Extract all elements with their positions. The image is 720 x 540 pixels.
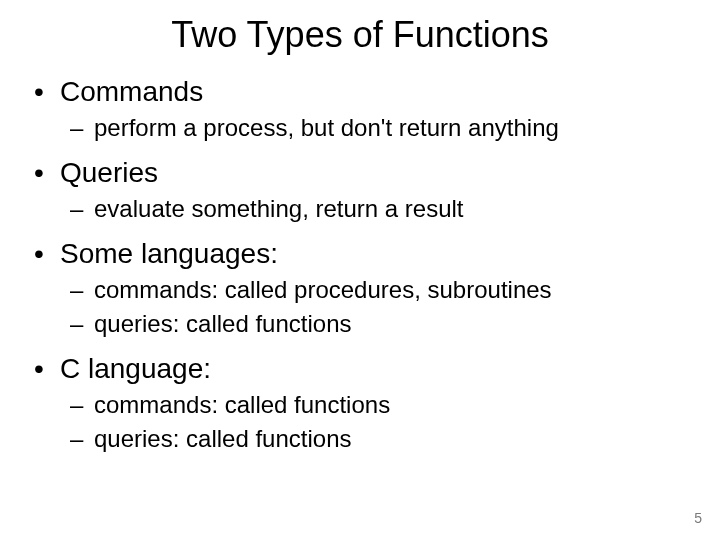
subbullet: evaluate something, return a result bbox=[70, 194, 696, 224]
slide: Two Types of Functions Commands perform … bbox=[0, 0, 720, 540]
subbullet-text: evaluate something, return a result bbox=[94, 195, 464, 222]
bullet-label: C language: bbox=[60, 353, 211, 384]
subbullet-text: queries: called functions bbox=[94, 310, 351, 337]
subbullet: perform a process, but don't return anyt… bbox=[70, 113, 696, 143]
bullet-c-language: C language: bbox=[34, 351, 696, 386]
slide-title: Two Types of Functions bbox=[0, 0, 720, 62]
slide-content: Commands perform a process, but don't re… bbox=[0, 74, 720, 454]
bullet-some-languages: Some languages: bbox=[34, 236, 696, 271]
page-number: 5 bbox=[694, 510, 702, 526]
bullet-commands: Commands bbox=[34, 74, 696, 109]
bullet-queries: Queries bbox=[34, 155, 696, 190]
bullet-label: Queries bbox=[60, 157, 158, 188]
subbullet-text: perform a process, but don't return anyt… bbox=[94, 114, 559, 141]
subbullet: commands: called procedures, subroutines bbox=[70, 275, 696, 305]
subbullet-text: commands: called functions bbox=[94, 391, 390, 418]
subbullet: queries: called functions bbox=[70, 424, 696, 454]
subbullet-text: queries: called functions bbox=[94, 425, 351, 452]
bullet-label: Some languages: bbox=[60, 238, 278, 269]
bullet-label: Commands bbox=[60, 76, 203, 107]
subbullet: queries: called functions bbox=[70, 309, 696, 339]
subbullet: commands: called functions bbox=[70, 390, 696, 420]
subbullet-text: commands: called procedures, subroutines bbox=[94, 276, 552, 303]
